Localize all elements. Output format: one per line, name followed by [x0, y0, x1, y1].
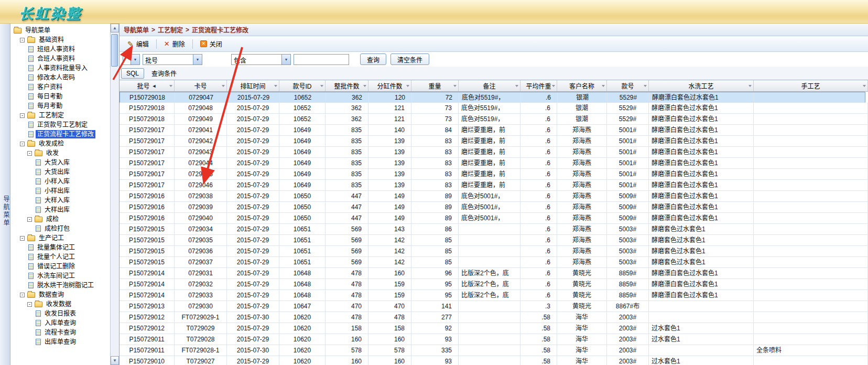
tree-node[interactable]: -数据查询 — [10, 290, 110, 299]
tree-node[interactable]: 班组人事资料 — [10, 45, 110, 54]
table-row[interactable]: P15072901407290332015-07-291064847815995… — [120, 290, 868, 301]
clear-conditions-button[interactable]: 清空条件 — [390, 53, 429, 65]
scroll-up-icon[interactable]: ▲ — [111, 24, 119, 33]
column-header-7[interactable]: 重量 — [411, 80, 459, 91]
column-filter-arrow-icon[interactable] — [274, 85, 277, 87]
table-row[interactable]: P150729012T07290292015-07-29106201581589… — [120, 323, 868, 334]
filter-value-input[interactable] — [294, 54, 349, 65]
table-row[interactable]: P15072901507290362015-07-291065156914285… — [120, 246, 868, 257]
column-header-4[interactable]: 款号ID — [279, 80, 326, 91]
column-header-12[interactable]: 水洗工艺 — [649, 80, 754, 91]
tree-node[interactable]: 成检打包 — [10, 224, 110, 233]
breadcrumb-item-root[interactable]: 导航菜单 — [124, 25, 149, 34]
tree-node[interactable]: 小样出库 — [10, 186, 110, 196]
column-header-11[interactable]: 款号 — [607, 80, 649, 91]
table-row[interactable]: P15072901507290372015-07-291065156914285… — [120, 257, 868, 268]
tree-node-selected[interactable]: 正货流程卡工艺修改 — [10, 130, 110, 139]
tree-node[interactable]: 大货入库 — [10, 158, 110, 167]
column-filter-arrow-icon[interactable] — [644, 85, 647, 87]
tree-node[interactable]: -基础资料 — [10, 35, 110, 45]
tree-scrollbar[interactable]: ▲ ▼ — [110, 24, 119, 365]
column-filter-arrow-icon[interactable] — [602, 85, 605, 87]
column-filter-arrow-icon[interactable] — [453, 85, 457, 87]
table-row[interactable]: P15072901807290492015-07-291065236212173… — [120, 114, 868, 125]
tree-collapse-icon[interactable]: - — [27, 217, 32, 222]
tree-node[interactable]: 出库单查询 — [10, 337, 110, 347]
column-header-1[interactable]: 批号◄ — [120, 80, 175, 91]
tree-node[interactable]: 水洗车间记工 — [10, 271, 110, 281]
table-row[interactable]: P150729012FT0729029-12015-07-30106204784… — [120, 312, 868, 323]
column-filter-arrow-icon[interactable] — [863, 85, 866, 87]
tree-node[interactable]: 大样入库 — [10, 196, 110, 205]
tree-collapse-icon[interactable]: - — [20, 293, 25, 297]
table-row-selected[interactable]: P15072901807290472015-07-291065236212072… — [120, 92, 865, 103]
tree-node[interactable]: 收发日报表 — [10, 309, 110, 318]
table-row[interactable]: P15072901707290422015-07-291064983513983… — [120, 136, 868, 147]
tree-node[interactable]: 客户资料 — [10, 82, 110, 92]
table-row[interactable]: P15072901307290302015-07-291064747047014… — [120, 301, 868, 312]
breadcrumb-item-group[interactable]: 工艺制定 — [158, 25, 183, 34]
filter-logic-select[interactable]: ▼ — [123, 54, 140, 65]
edit-button[interactable]: ✎ 编辑 — [123, 38, 154, 50]
column-filter-arrow-icon[interactable] — [552, 85, 555, 87]
column-filter-arrow-icon[interactable] — [320, 85, 323, 87]
tree-collapse-icon[interactable]: - — [20, 38, 25, 42]
tree-node[interactable]: 小样入库 — [10, 177, 110, 186]
tree-node[interactable]: -收发成检 — [10, 139, 110, 148]
table-row[interactable]: P15072901607290392015-07-291065044714989… — [120, 202, 868, 213]
table-row[interactable]: P15072901407290322015-07-291064847815995… — [120, 279, 868, 290]
tree-node[interactable]: 大货出库 — [10, 167, 110, 177]
collapsed-nav-panel[interactable]: 导航菜单 — [0, 24, 10, 365]
tree-node[interactable]: 人事资料批量导入 — [10, 63, 110, 73]
query-button[interactable]: 查询 — [360, 53, 386, 65]
tree-node[interactable]: 修改本人密码 — [10, 73, 110, 82]
close-button[interactable]: ✕ 关闭 — [196, 38, 227, 50]
tree-collapse-icon[interactable]: - — [20, 142, 25, 146]
tree-node[interactable]: 每日考勤 — [10, 92, 110, 101]
scroll-down-icon[interactable]: ▼ — [111, 356, 119, 365]
tree-node[interactable]: 脱水烘干泡树脂记工 — [10, 281, 110, 290]
table-row[interactable]: P15072901807290482015-07-291065236212173… — [120, 103, 868, 114]
column-filter-arrow-icon[interactable] — [748, 85, 752, 87]
tree-node[interactable]: 流程卡查询 — [10, 328, 110, 337]
table-row[interactable]: P15072901707290462015-07-291064983513983… — [120, 180, 868, 191]
column-filter-arrow-icon[interactable] — [515, 85, 518, 87]
table-row[interactable]: P150729011T07290282015-07-29106201601609… — [120, 334, 868, 345]
column-header-5[interactable]: 整批件数 — [326, 80, 368, 91]
tree-collapse-icon[interactable]: - — [20, 113, 25, 118]
table-row[interactable]: P15072901407290312015-07-291064847816096… — [120, 268, 868, 279]
sql-button[interactable]: SQL — [121, 68, 144, 79]
delete-button[interactable]: ✕ 删除 — [159, 38, 190, 50]
table-row[interactable]: P15072901607290402015-07-291065044714989… — [120, 213, 868, 224]
column-header-3[interactable]: 排缸时间 — [227, 80, 279, 91]
tree-collapse-icon[interactable]: - — [27, 302, 32, 307]
tree-node[interactable]: 合班人事资料 — [10, 54, 110, 63]
table-row[interactable]: P15072901707290412015-07-291064983514084… — [120, 125, 868, 136]
tree-node[interactable]: 每月考勤 — [10, 101, 110, 111]
table-row[interactable]: P15072901707290442015-07-291064983513983… — [120, 158, 868, 169]
tree-node[interactable]: 导航菜单 — [10, 26, 110, 35]
table-row[interactable]: P15072901507290342015-07-291065156914386… — [120, 224, 868, 235]
filter-field-select[interactable]: 批号 ▼ — [143, 54, 202, 65]
table-row[interactable]: P150729010T07290272015-07-29106201601609… — [120, 356, 868, 365]
table-row[interactable]: P15072901507290352015-07-291065156914285… — [120, 235, 868, 246]
column-header-13[interactable]: 手工艺 — [754, 80, 868, 91]
tree-node[interactable]: 批量集体记工 — [10, 243, 110, 252]
column-filter-arrow-icon[interactable] — [363, 85, 366, 87]
tree-node[interactable]: 大样出库 — [10, 205, 110, 214]
column-filter-arrow-icon[interactable] — [222, 85, 225, 87]
tree-node[interactable]: 批量个人记工 — [10, 252, 110, 262]
column-header-8[interactable]: 备注 — [459, 80, 520, 91]
tree-node[interactable]: -成检 — [10, 214, 110, 224]
column-header-6[interactable]: 分缸件数 — [368, 80, 411, 91]
tree-collapse-icon[interactable]: - — [20, 236, 25, 241]
column-header-9[interactable]: 平均件重 — [520, 80, 557, 91]
filter-operator-select[interactable]: 包含 ▼ — [231, 54, 291, 65]
tree-node[interactable]: -收发 — [10, 148, 110, 158]
column-header-10[interactable]: 客户名称 — [557, 80, 607, 91]
column-filter-arrow-icon[interactable] — [406, 85, 409, 87]
tree-node[interactable]: 正货款号工艺制定 — [10, 120, 110, 130]
table-row[interactable]: P15072901607290382015-07-291065044714989… — [120, 191, 868, 202]
table-row[interactable]: P150729011FT0729028-12015-07-30106205785… — [120, 345, 868, 356]
tree-node[interactable]: 错误记工删除 — [10, 262, 110, 271]
